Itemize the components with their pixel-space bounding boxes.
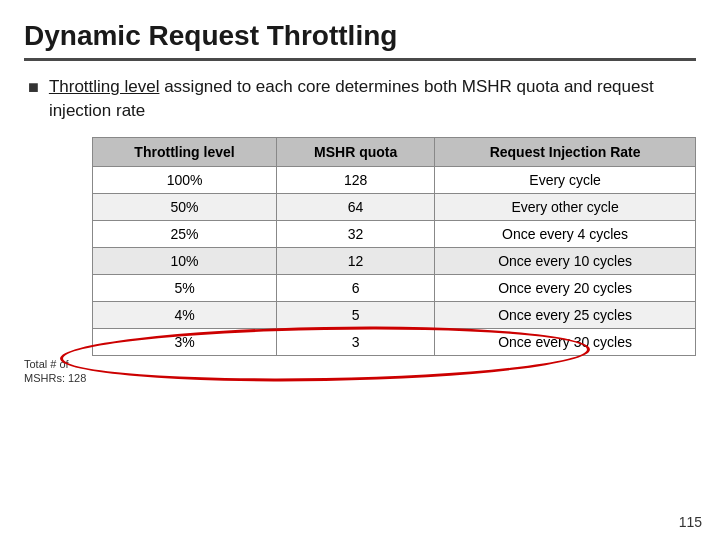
table-cell-level: 3% (93, 328, 277, 355)
table-cell-rate: Every other cycle (435, 193, 696, 220)
bullet-text: Throttling level assigned to each core d… (49, 75, 696, 123)
page-number: 115 (679, 514, 702, 530)
side-label: Total # of MSHRs: 128 (24, 137, 92, 386)
table-row: 25%32Once every 4 cycles (93, 220, 696, 247)
table-cell-level: 100% (93, 166, 277, 193)
col-header-quota: MSHR quota (277, 137, 435, 166)
bullet-section: ■ Throttling level assigned to each core… (24, 75, 696, 123)
col-header-level: Throttling level (93, 137, 277, 166)
table-cell-level: 5% (93, 274, 277, 301)
table-row: 4%5Once every 25 cycles (93, 301, 696, 328)
table-cell-rate: Once every 4 cycles (435, 220, 696, 247)
table-cell-rate: Once every 10 cycles (435, 247, 696, 274)
table-cell-rate: Once every 30 cycles (435, 328, 696, 355)
table-cell-quota: 5 (277, 301, 435, 328)
table-row: 50%64Every other cycle (93, 193, 696, 220)
table-cell-level: 10% (93, 247, 277, 274)
table-cell-quota: 32 (277, 220, 435, 247)
bullet-underline-text: Throttling level (49, 77, 160, 96)
table-cell-quota: 3 (277, 328, 435, 355)
table-cell-rate: Every cycle (435, 166, 696, 193)
table-cell-quota: 12 (277, 247, 435, 274)
table-header-row: Throttling level MSHR quota Request Inje… (93, 137, 696, 166)
table-row: 3%3Once every 30 cycles (93, 328, 696, 355)
table-row: 10%12Once every 10 cycles (93, 247, 696, 274)
col-header-rate: Request Injection Rate (435, 137, 696, 166)
table-row: 5%6Once every 20 cycles (93, 274, 696, 301)
slide-title: Dynamic Request Throttling (24, 20, 397, 52)
table-cell-quota: 6 (277, 274, 435, 301)
bullet-point: ■ (28, 77, 39, 98)
table-cell-level: 50% (93, 193, 277, 220)
table-wrapper: Total # of MSHRs: 128 Throttling level M… (24, 137, 696, 386)
table-cell-level: 25% (93, 220, 277, 247)
slide: Dynamic Request Throttling ■ Throttling … (0, 0, 720, 540)
table-cell-quota: 128 (277, 166, 435, 193)
throttling-table: Throttling level MSHR quota Request Inje… (92, 137, 696, 356)
table-row: 100%128Every cycle (93, 166, 696, 193)
table-cell-rate: Once every 20 cycles (435, 274, 696, 301)
table-cell-quota: 64 (277, 193, 435, 220)
table-cell-level: 4% (93, 301, 277, 328)
title-bar: Dynamic Request Throttling (24, 20, 696, 61)
table-cell-rate: Once every 25 cycles (435, 301, 696, 328)
